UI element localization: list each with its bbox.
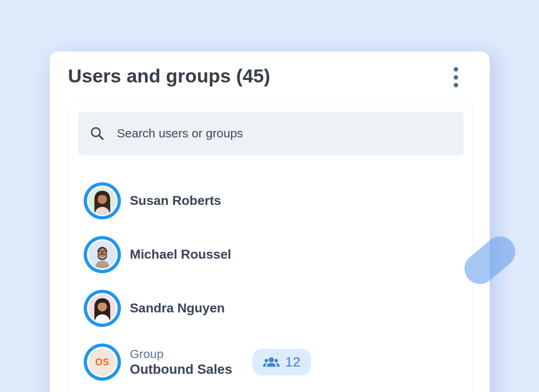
kebab-dot-icon bbox=[454, 67, 458, 72]
group-avatar: OS bbox=[84, 344, 121, 381]
member-count-badge: 12 bbox=[252, 349, 311, 375]
group-text-block: Group Outbound Sales bbox=[130, 347, 252, 377]
user-avatar bbox=[84, 182, 121, 219]
group-type-label: Group bbox=[130, 347, 252, 361]
group-name: Outbound Sales bbox=[130, 361, 252, 377]
people-icon bbox=[263, 355, 280, 369]
list-item-user[interactable]: Sandra Nguyen bbox=[78, 281, 464, 335]
list-item-user[interactable]: Michael Roussel bbox=[78, 228, 464, 281]
search-box[interactable] bbox=[78, 112, 464, 155]
page-background: Users and groups (45) bbox=[0, 0, 539, 392]
user-name: Susan Roberts bbox=[130, 193, 221, 208]
group-initials: OS bbox=[95, 357, 109, 367]
page-title: Users and groups (45) bbox=[68, 65, 270, 87]
kebab-dot-icon bbox=[454, 83, 458, 87]
kebab-menu-button[interactable] bbox=[449, 66, 462, 89]
list-panel: Susan Roberts bbox=[69, 102, 473, 392]
user-avatar bbox=[84, 236, 121, 273]
users-groups-list: Susan Roberts bbox=[78, 174, 464, 389]
search-input[interactable] bbox=[116, 126, 452, 141]
users-groups-card: Users and groups (45) bbox=[50, 51, 490, 392]
member-count: 12 bbox=[285, 354, 300, 370]
user-name: Michael Roussel bbox=[130, 247, 231, 262]
list-item-group[interactable]: OS Group Outbound Sales bbox=[78, 335, 464, 389]
user-avatar bbox=[84, 290, 121, 327]
list-item-user[interactable]: Susan Roberts bbox=[78, 174, 464, 228]
kebab-dot-icon bbox=[454, 75, 458, 80]
search-icon bbox=[89, 126, 105, 141]
user-name: Sandra Nguyen bbox=[130, 301, 225, 316]
